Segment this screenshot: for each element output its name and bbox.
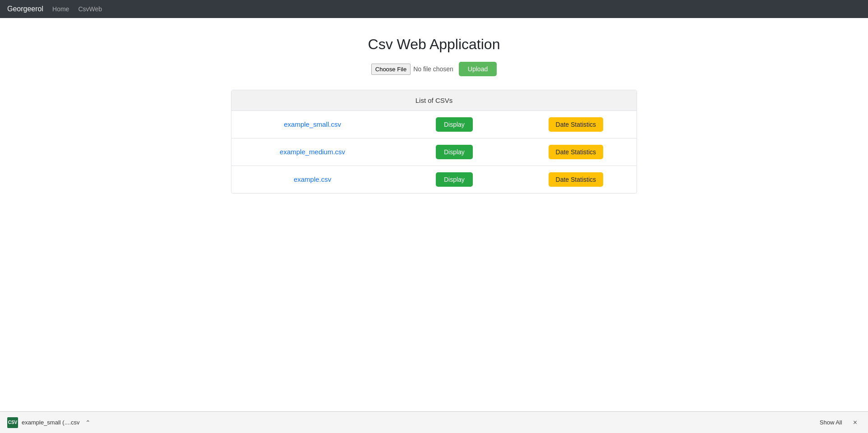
csv-table-container: List of CSVs example_small.csvDisplayDat… (231, 90, 637, 193)
table-row: example_medium.csvDisplayDate Statistics (231, 138, 637, 166)
page-title: Csv Web Application (368, 36, 500, 53)
show-all-button[interactable]: Show All (816, 417, 846, 428)
file-link[interactable]: example.csv (294, 175, 331, 183)
date-statistics-button[interactable]: Date Statistics (549, 145, 603, 159)
download-bar: CSV example_small (....csv ⌃ Show All × (0, 411, 868, 433)
download-filename: example_small (....csv (22, 419, 80, 426)
upload-button[interactable]: Upload (459, 62, 497, 76)
chevron-up-icon[interactable]: ⌃ (85, 419, 91, 426)
file-link[interactable]: example_medium.csv (280, 148, 345, 156)
navbar-brand[interactable]: Georgeerol (7, 5, 43, 13)
main-content: Csv Web Application Choose File No file … (0, 18, 868, 413)
download-bar-right: Show All × (816, 417, 861, 428)
file-link[interactable]: example_small.csv (284, 120, 341, 128)
close-download-bar-button[interactable]: × (850, 417, 861, 428)
no-file-text: No file chosen (413, 65, 453, 73)
csv-table: List of CSVs example_small.csvDisplayDat… (231, 90, 637, 193)
display-button[interactable]: Display (436, 172, 473, 187)
date-statistics-button[interactable]: Date Statistics (549, 172, 603, 187)
table-header: List of CSVs (231, 90, 637, 111)
upload-area: Choose File No file chosen Upload (371, 62, 497, 76)
choose-file-button[interactable]: Choose File (371, 64, 411, 75)
csv-icon: CSV (7, 417, 18, 428)
display-button[interactable]: Display (436, 117, 473, 132)
navbar: Georgeerol Home CsvWeb (0, 0, 868, 18)
download-bar-left: CSV example_small (....csv ⌃ (7, 417, 91, 428)
date-statistics-button[interactable]: Date Statistics (549, 117, 603, 132)
display-button[interactable]: Display (436, 145, 473, 159)
navbar-link-csvweb[interactable]: CsvWeb (78, 5, 102, 13)
file-input-wrapper: Choose File No file chosen (371, 64, 453, 75)
navbar-link-home[interactable]: Home (52, 5, 69, 13)
table-row: example.csvDisplayDate Statistics (231, 166, 637, 193)
table-row: example_small.csvDisplayDate Statistics (231, 111, 637, 138)
